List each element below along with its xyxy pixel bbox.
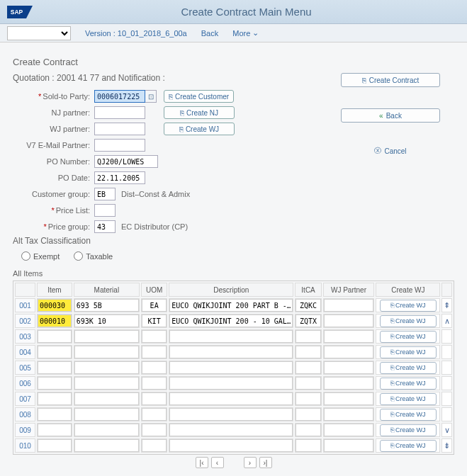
row-index[interactable]: 005 — [15, 361, 35, 375]
row-index[interactable]: 008 — [15, 407, 35, 421]
wj-partner-input[interactable] — [324, 439, 374, 452]
taxable-radio[interactable]: Taxable — [74, 251, 113, 261]
po-number-input[interactable] — [94, 155, 158, 168]
wj-partner-input[interactable] — [324, 408, 374, 421]
row-index[interactable]: 004 — [15, 345, 35, 359]
uom-input[interactable] — [142, 314, 167, 327]
wj-partner-input[interactable] — [324, 314, 374, 327]
itca-input[interactable] — [296, 346, 320, 358]
itca-input[interactable] — [296, 392, 320, 405]
row-create-wj-button[interactable]: ⎘Create WJ — [380, 440, 437, 452]
back-link[interactable]: Back — [201, 29, 218, 38]
description-input[interactable] — [169, 361, 293, 374]
material-input[interactable] — [74, 439, 139, 452]
create-wj-button[interactable]: ⎘Create WJ — [164, 123, 235, 135]
material-input[interactable] — [74, 408, 139, 421]
cancel-button[interactable]: ⓧCancel — [341, 144, 440, 158]
vscroll-cell[interactable]: ∨ — [441, 423, 452, 437]
description-input[interactable] — [169, 330, 293, 343]
row-index[interactable]: 010 — [15, 438, 35, 453]
material-input[interactable] — [74, 314, 139, 327]
vscroll-cell[interactable] — [441, 361, 452, 375]
row-create-wj-button[interactable]: ⎘Create WJ — [380, 393, 437, 405]
uom-input[interactable] — [142, 439, 167, 452]
uom-input[interactable] — [142, 377, 167, 390]
vscroll-cell[interactable]: ⇟ — [441, 438, 452, 453]
back-button[interactable]: «Back — [341, 108, 440, 123]
vscroll-cell[interactable] — [441, 329, 452, 344]
wj-partner-input[interactable] — [324, 299, 374, 312]
item-input[interactable] — [38, 377, 72, 390]
prev-page-button[interactable]: ‹ — [211, 457, 224, 468]
material-input[interactable] — [74, 392, 139, 405]
description-input[interactable] — [169, 392, 293, 405]
itca-input[interactable] — [296, 314, 320, 327]
sold-to-input[interactable] — [94, 90, 145, 103]
row-create-wj-button[interactable]: ⎘Create WJ — [380, 409, 437, 421]
po-date-input[interactable] — [94, 171, 145, 184]
item-input[interactable] — [38, 314, 72, 327]
itca-input[interactable] — [296, 424, 320, 436]
row-index[interactable]: 003 — [15, 329, 35, 344]
row-index[interactable]: 007 — [15, 392, 35, 406]
itca-input[interactable] — [296, 439, 320, 452]
customer-group-input[interactable] — [94, 188, 116, 200]
item-input[interactable] — [38, 392, 72, 405]
row-create-wj-button[interactable]: ⎘Create WJ — [380, 378, 437, 390]
first-page-button[interactable]: |‹ — [196, 457, 208, 468]
more-menu[interactable]: More ⌄ — [232, 28, 259, 38]
vscroll-cell[interactable] — [441, 345, 452, 359]
row-index[interactable]: 006 — [15, 376, 35, 390]
item-input[interactable] — [38, 330, 72, 343]
nj-partner-input[interactable] — [94, 106, 145, 119]
uom-input[interactable] — [142, 299, 167, 312]
itca-input[interactable] — [296, 361, 320, 374]
col-itca[interactable]: ItCA — [295, 283, 321, 297]
wj-partner-input[interactable] — [324, 392, 374, 405]
itca-input[interactable] — [296, 377, 320, 390]
row-create-wj-button[interactable]: ⎘Create WJ — [380, 424, 437, 436]
col-material[interactable]: Material — [74, 283, 140, 297]
uom-input[interactable] — [142, 346, 167, 358]
price-group-input[interactable] — [94, 220, 116, 233]
next-page-button[interactable]: › — [244, 457, 257, 468]
row-index[interactable]: 002 — [15, 314, 35, 328]
material-input[interactable] — [74, 330, 139, 343]
row-index[interactable]: 009 — [15, 423, 35, 437]
row-create-wj-button[interactable]: ⎘Create WJ — [380, 362, 437, 374]
vscroll-cell[interactable] — [441, 392, 452, 406]
uom-input[interactable] — [142, 424, 167, 436]
uom-input[interactable] — [142, 408, 167, 421]
description-input[interactable] — [169, 424, 293, 436]
item-input[interactable] — [38, 361, 72, 374]
vscroll-cell[interactable] — [441, 407, 452, 421]
col-description[interactable]: Description — [169, 283, 293, 297]
last-page-button[interactable]: ›| — [259, 457, 272, 468]
create-nj-button[interactable]: ⎘Create NJ — [164, 106, 235, 119]
col-wj-partner[interactable]: WJ Partner — [323, 283, 375, 297]
row-create-wj-button[interactable]: ⎘Create WJ — [380, 331, 437, 343]
vscroll-cell[interactable]: ⇞ — [441, 298, 452, 312]
description-input[interactable] — [169, 377, 293, 390]
item-input[interactable] — [38, 439, 72, 452]
wj-partner-input[interactable] — [324, 346, 374, 358]
uom-input[interactable] — [142, 392, 167, 405]
material-input[interactable] — [74, 377, 139, 390]
row-create-wj-button[interactable]: ⎘Create WJ — [380, 346, 437, 358]
vscroll-cell[interactable]: ∧ — [441, 314, 452, 328]
material-input[interactable] — [74, 361, 139, 374]
col-item[interactable]: Item — [37, 283, 72, 297]
material-input[interactable] — [74, 346, 139, 358]
description-input[interactable] — [169, 439, 293, 452]
item-input[interactable] — [38, 346, 72, 358]
item-input[interactable] — [38, 424, 72, 436]
v7-email-input[interactable] — [94, 139, 145, 152]
wj-partner-input[interactable] — [324, 424, 374, 436]
description-input[interactable] — [169, 408, 293, 421]
item-input[interactable] — [38, 299, 72, 312]
create-customer-button[interactable]: ⎘Create Customer — [164, 90, 234, 103]
row-create-wj-button[interactable]: ⎘Create WJ — [380, 315, 437, 327]
wj-partner-input[interactable] — [94, 123, 145, 135]
col-uom[interactable]: UOM — [141, 283, 167, 297]
create-contract-button[interactable]: ⎘Create Contract — [341, 73, 440, 87]
